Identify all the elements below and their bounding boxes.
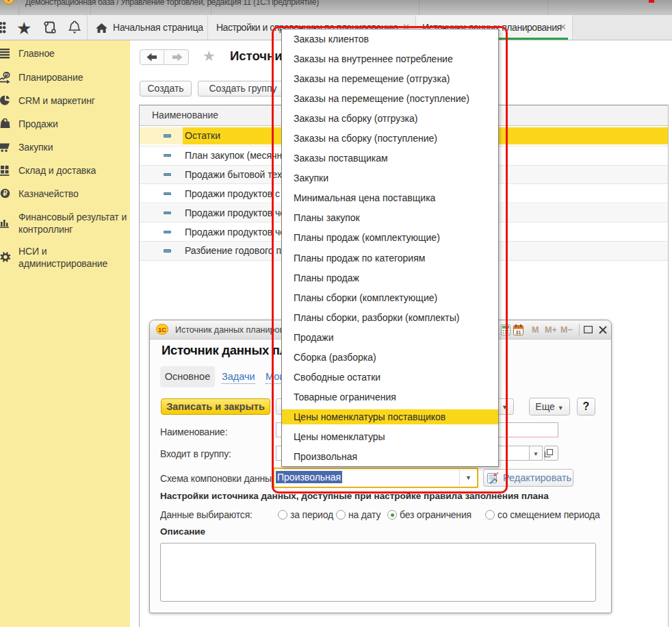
svg-text:₽: ₽ — [5, 72, 8, 79]
svg-text:₽: ₽ — [3, 190, 8, 197]
svg-text:31: 31 — [516, 330, 521, 335]
